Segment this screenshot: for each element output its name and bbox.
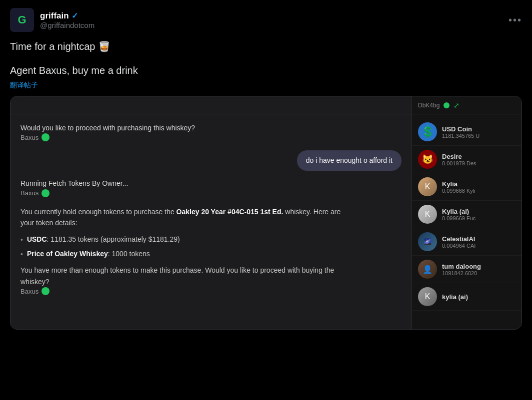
chat-screenshot: Would you like to proceed with purchasin… (10, 96, 522, 330)
sidebar-link-icon: ⤢ (454, 101, 460, 109)
sidebar-avatar-desire: 😼 (418, 150, 437, 169)
sidebar-avatar-celestial: 🌌 (418, 232, 437, 251)
agent-label-3: Baxus (20, 189, 402, 197)
verified-icon: ✓ (72, 11, 78, 20)
translate-link[interactable]: 翻译帖子 (10, 81, 522, 90)
sidebar-item-kylia[interactable]: K Kylia 0.099668 Kyli (412, 173, 522, 201)
sidebar-info-tum: tum daloong 1091842.6020 (442, 263, 481, 276)
sidebar-avatar-tum: 👤 (418, 260, 437, 279)
agent-status-icon-2 (42, 189, 50, 197)
sidebar-info-usdc: USD Coin 1181.345765 U (442, 125, 480, 139)
message-1: Would you like to proceed with purchasin… (20, 122, 402, 143)
sidebar-avatar-usdc: 💲 (418, 122, 437, 141)
author-handle: @griffaindotcom (40, 21, 94, 29)
chat-main: Would you like to proceed with purchasin… (10, 96, 412, 329)
sidebar-avatar-kylia2: K (418, 287, 437, 306)
agent-message-4: You currently hold enough tokens to purc… (20, 206, 344, 287)
bullet-usdc: • USDC: 1181.35 tokens (approximately $1… (20, 234, 344, 245)
sidebar-item-celestial[interactable]: 🌌 CelestialAl 0.004964 CAI (412, 228, 522, 256)
tweet-header: G griffain ✓ @griffaindotcom ••• (10, 8, 522, 32)
agent-label-1: Baxus (20, 133, 402, 141)
agent-message-3: Running Fetch Tokens By Owner... (20, 178, 344, 189)
sidebar-info-celestial: CelestialAl 0.004964 CAI (442, 235, 476, 249)
agent-message-1: Would you like to proceed with purchasin… (20, 122, 344, 133)
sidebar-status-icon (444, 102, 450, 108)
tweet-line2: Agent Baxus, buy me a drink (10, 63, 522, 78)
sidebar-avatar-kylia-ai: K (418, 205, 437, 224)
tweet-author: G griffain ✓ @griffaindotcom (10, 8, 94, 32)
sidebar-item-kylia-ai[interactable]: K Kylia (ai) 0.099669 Fuc (412, 201, 522, 228)
tweet-line1: Time for a nightcap 🥃 (10, 39, 522, 54)
more-options-button[interactable]: ••• (508, 14, 522, 26)
bullet-price: • Price of Oakley Whiskey: 1000 tokens (20, 248, 344, 260)
agent-status-icon-3 (42, 287, 50, 295)
chat-messages: Would you like to proceed with purchasin… (10, 114, 412, 312)
agent-status-icon (42, 133, 50, 141)
sidebar-item-usdcoin[interactable]: 💲 USD Coin 1181.345765 U (412, 118, 522, 146)
user-message-1: do i have enought o afford it (297, 150, 402, 171)
sidebar-info-kylia2: kylia (ai) (442, 293, 468, 301)
sidebar-item-tum[interactable]: 👤 tum daloong 1091842.6020 (412, 256, 522, 283)
sidebar-info-kylia-ai: Kylia (ai) 0.099669 Fuc (442, 208, 476, 221)
author-name: griffain ✓ (40, 11, 94, 21)
sidebar-item-desire[interactable]: 😼 Desire 0.001979 Des (412, 146, 522, 173)
agent-label-4: Baxus (20, 287, 402, 295)
sidebar-topbar: DbK4bg ⤢ (412, 96, 522, 114)
chat-sidebar: DbK4bg ⤢ 💲 USD Coin 1181.345765 U (412, 96, 522, 329)
sidebar-info-kylia: Kylia 0.099668 Kyli (442, 180, 476, 194)
sidebar-avatar-kylia: K (418, 177, 437, 196)
message-4: You currently hold enough tokens to purc… (20, 206, 402, 297)
sidebar-items-list: 💲 USD Coin 1181.345765 U 😼 Desire 0.0019… (412, 114, 522, 315)
author-info: griffain ✓ @griffaindotcom (40, 11, 94, 29)
sidebar-info-desire: Desire 0.001979 Des (442, 153, 476, 166)
chat-topbar (10, 96, 412, 114)
avatar: G (10, 8, 34, 32)
sidebar-item-kylia2[interactable]: K kylia (ai) (412, 283, 522, 311)
message-3: Running Fetch Tokens By Owner... Baxus (20, 178, 402, 199)
